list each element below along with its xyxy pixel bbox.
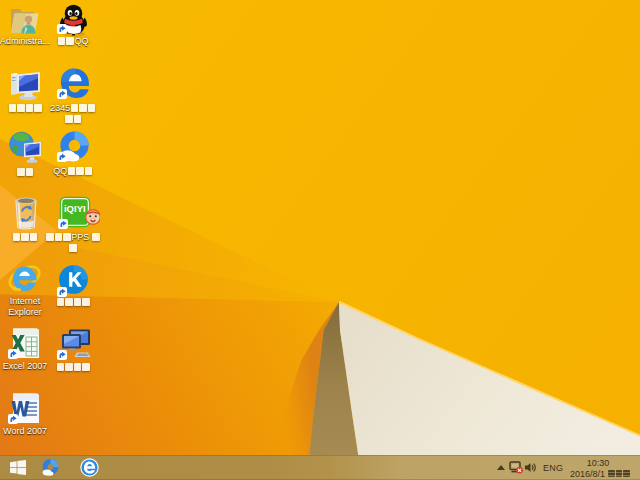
svg-text:iQIYI: iQIYI <box>64 203 86 214</box>
